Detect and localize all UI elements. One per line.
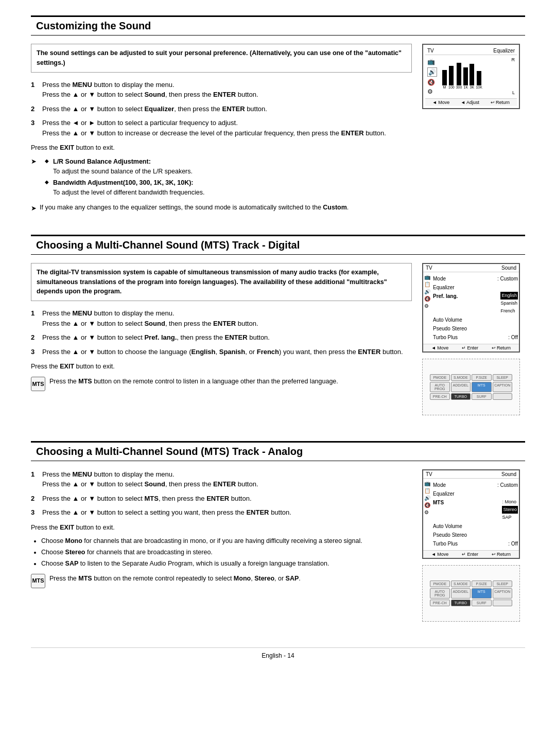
tv-icon-mute: 🔇: [427, 79, 437, 86]
arrow-icon-2: ➤: [31, 204, 37, 212]
tv2-footer-return: ↩ Return: [492, 345, 511, 350]
rbtn3-empty: [493, 600, 513, 606]
remote-btn-grid: PMODE S.MODE P.SIZE SLEEP AUTO PROG ADD/…: [430, 374, 512, 400]
rbtn-empty: [493, 393, 513, 400]
section2-sidebar: TV Sound 📺 📋 🔊 🔇 ⚙ Mode: Custom: [422, 263, 525, 420]
section3-content: 1 Press the MENU button to display the m…: [31, 469, 525, 627]
tv3-footer: ◄ Move ↵ Enter ↩ Return: [423, 550, 519, 558]
tv-icons-left: 📺 🔊 🔇 ⚙: [427, 58, 437, 95]
tv2-icon-5: ⚙: [424, 303, 430, 309]
step-2-3: 3 Press the ▲ or ▼ button to choose the …: [31, 347, 412, 357]
step-1-3: 3 Press the ◄ or ► button to select a pa…: [31, 118, 412, 138]
tv3-menu-rows: Mode: Custom Equalizer MTS : Mono Stereo…: [433, 481, 518, 548]
rbtn3-turbo: TURBO: [451, 600, 471, 606]
tv3-row-mts: MTS : Mono Stereo SAP: [433, 498, 518, 522]
tv2-footer: ◄ Move ↵ Enter ↩ Return: [423, 344, 519, 351]
step-2-1: 1 Press the MENU button to display the m…: [31, 308, 412, 328]
rbtn-mts: MTS: [472, 382, 492, 392]
eq-bars: M 100 300 1: [440, 63, 515, 89]
tv2-row-autovol: Auto Volume: [433, 315, 518, 324]
section-customizing-sound: Customizing the Sound The sound settings…: [31, 15, 525, 214]
section2-intro: The digital-TV transmission system is ca…: [31, 263, 412, 301]
section1-intro: The sound settings can be adjusted to su…: [31, 44, 412, 73]
section2-title: Choosing a Multi-Channel Sound (MTS) Tra…: [36, 239, 520, 251]
tv2-row-pref: Pref. lang. English Spanish French: [433, 292, 518, 315]
section1-title: Customizing the Sound: [36, 20, 520, 32]
tv2-row-turbo: Turbo Plus: Off: [433, 333, 518, 342]
tv3-icons: 📺 📋 🔊 🔇 ⚙: [424, 481, 430, 548]
tv2-lang-options: English Spanish French: [500, 292, 518, 315]
section3-tv-screen: TV Sound 📺 📋 🔊 🔇 ⚙ Mode: Custom: [422, 469, 520, 559]
mts-remote-icon-3: MTS: [31, 574, 45, 588]
rbtn-turbo: TURBO: [451, 393, 471, 400]
section-mts-analog: Choosing a Multi-Channel Sound (MTS) Tra…: [31, 441, 525, 627]
rbtn3-addel: ADD/DEL: [451, 588, 471, 599]
section1-intro-text: The sound settings can be adjusted to su…: [37, 49, 402, 66]
eq-l-label: L: [440, 90, 515, 95]
eq-bar-300: [457, 63, 461, 85]
eq-r-label: R: [440, 57, 515, 62]
diamond-item-1: L/R Sound Balance Adjustment:To adjust t…: [45, 157, 204, 177]
arrow-icon: ➤: [31, 157, 37, 165]
rbtn3-surf: SURF: [472, 600, 492, 606]
section1-diamond-list: L/R Sound Balance Adjustment:To adjust t…: [45, 157, 204, 198]
rbtn-smode: S.MODE: [451, 374, 471, 381]
step-3-2: 2 Press the ▲ or ▼ button to select MTS,…: [31, 494, 412, 504]
tv3-row-mode: Mode: Custom: [433, 481, 518, 489]
section3-exit-note: Press the EXIT button to exit.: [31, 523, 412, 533]
rbtn-psize: P.SIZE: [472, 374, 492, 381]
step-1-1: 1 Press the MENU button to display the m…: [31, 80, 412, 100]
rbtn-pmode: PMODE: [430, 374, 450, 381]
eq-bar-10k: [477, 71, 481, 85]
eq-footer: ◄ Move ◄ Adjust ↩ Return: [425, 98, 517, 106]
tv3-icon-2: 📋: [424, 488, 430, 494]
tv-icon-sound: 🔊: [427, 67, 437, 77]
tv-icon-antenna: 📺: [427, 58, 437, 65]
section3-title: Choosing a Multi-Channel Sound (MTS) Tra…: [36, 446, 520, 458]
footer-text: English - 14: [262, 652, 294, 659]
rbtn3-smode: S.MODE: [451, 581, 471, 587]
tv2-row-pseudo: Pseudo Stereo: [433, 324, 518, 333]
equalizer-tv-screen: TV Equalizer 📺 🔊 🔇 ⚙ R: [422, 44, 520, 109]
section3-steps: 1 Press the MENU button to display the m…: [31, 469, 412, 518]
step-2-2: 2 Press the ▲ or ▼ button to select Pref…: [31, 332, 412, 343]
section3-header: Choosing a Multi-Channel Sound (MTS) Tra…: [31, 441, 525, 461]
section1-bottom-note: ➤ If you make any changes to the equaliz…: [31, 204, 412, 212]
lang-french: French: [500, 307, 518, 315]
tv2-icon-1: 📺: [424, 274, 430, 280]
tv3-row-eq: Equalizer: [433, 489, 518, 498]
rbtn-surf: SURF: [472, 393, 492, 400]
step-3-3: 3 Press the ▲ or ▼ button to select a se…: [31, 507, 412, 518]
eq-footer-adjust: ◄ Adjust: [461, 100, 479, 105]
mts-mono: : Mono: [502, 498, 518, 506]
mts-sap: SAP: [502, 514, 518, 521]
tv-label: TV: [427, 48, 434, 54]
section1-sidebar: TV Equalizer 📺 🔊 🔇 ⚙ R: [422, 44, 525, 214]
rbtn3-autoprog: AUTO PROG: [430, 588, 450, 599]
section1-steps: 1 Press the MENU button to display the m…: [31, 80, 412, 138]
section3-bullet-list: Choose Mono for channels that are broadc…: [41, 536, 412, 568]
tv3-row-pseudo: Pseudo Stereo: [433, 531, 518, 539]
tv2-menu-rows: Mode: Custom Equalizer Pref. lang. Engli…: [433, 274, 518, 342]
mts-stereo: Stereo: [502, 506, 518, 514]
rbtn-sleep: SLEEP: [493, 374, 513, 381]
tv3-label: TV: [426, 471, 432, 477]
rbtn3-pmode: PMODE: [430, 581, 450, 587]
rbtn-autoprog: AUTO PROG: [430, 382, 450, 392]
rbtn-addel: ADD/DEL: [451, 382, 471, 392]
section2-remote-note: MTS Press the MTS button on the remote c…: [31, 377, 412, 391]
rbtn3-prech: PRE-CH: [430, 600, 450, 606]
section3-remote-mockup: PMODE S.MODE P.SIZE SLEEP AUTO PROG ADD/…: [422, 565, 520, 622]
mts-remote-icon: MTS: [31, 377, 45, 391]
section1-arrow-note: ➤ L/R Sound Balance Adjustment:To adjust…: [31, 157, 412, 200]
tv3-row-turbo: Turbo Plus: Off: [433, 539, 518, 548]
tv3-mts-options: : Mono Stereo SAP: [502, 498, 518, 522]
section1-content: The sound settings can be adjusted to su…: [31, 44, 525, 214]
section2-steps: 1 Press the MENU button to display the m…: [31, 308, 412, 357]
section2-header: Choosing a Multi-Channel Sound (MTS) Tra…: [31, 235, 525, 255]
eq-bar-1k: [463, 67, 468, 85]
tv3-icon-1: 📺: [424, 481, 430, 486]
tv2-footer-enter: ↵ Enter: [462, 345, 478, 350]
tv3-icon-4: 🔇: [424, 502, 430, 508]
rbtn-caption: CAPTION: [493, 382, 513, 392]
